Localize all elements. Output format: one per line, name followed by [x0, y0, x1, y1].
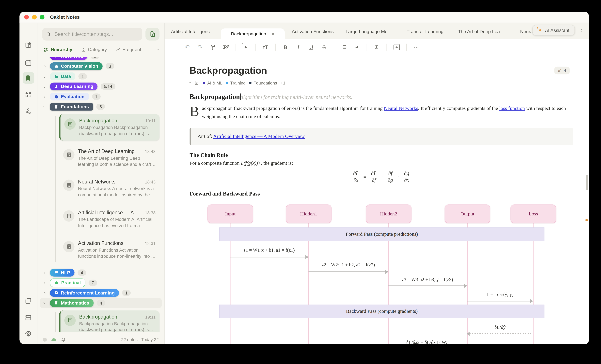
calendar-icon[interactable] — [22, 57, 34, 68]
note-doc-icon — [63, 180, 75, 191]
blockquote-button[interactable]: “ — [354, 42, 360, 53]
search-icon — [46, 31, 51, 37]
drop-cap: B — [190, 105, 202, 117]
note-meta-row: › AI & ML Training Foundations +1 — [190, 80, 573, 85]
tag-dot — [249, 82, 251, 84]
note-title: Artificial Intelligence — A … — [78, 210, 142, 215]
database-archive-icon[interactable] — [22, 312, 34, 323]
tag-foundations[interactable]: Foundations — [249, 80, 277, 85]
sidebar: Hierarchy Category Frequent › › Advanced — [37, 23, 165, 345]
clear-format-button[interactable]: Tx — [223, 43, 229, 51]
note-time: 18:43 — [145, 180, 156, 184]
tree-item-deep-learning[interactable]: › Deep Learning 5/14 — [37, 81, 164, 91]
chevron-down-icon[interactable]: › — [188, 82, 192, 84]
math-sigma-button[interactable]: Σ — [374, 43, 380, 51]
link-parent-note[interactable]: Artificial Intelligence — A Modern Overv… — [213, 134, 305, 139]
link-neural-networks[interactable]: Neural Networks — [384, 105, 418, 111]
avatar[interactable] — [43, 338, 47, 342]
new-note-button[interactable] — [145, 28, 160, 40]
strikethrough-button[interactable]: S — [321, 43, 327, 51]
editor-scrollbar[interactable] — [586, 175, 588, 191]
tree-item-advanced[interactable]: › Advanced 3 — [37, 57, 164, 61]
actor-hidden2: Hidden2 — [366, 205, 411, 223]
tree-item-computer-vision[interactable]: › Computer Vision 3 — [37, 61, 164, 71]
help-icon[interactable] — [22, 343, 34, 344]
tree-item-evaluation[interactable]: › Evaluation 1 — [37, 92, 164, 102]
note-snippet: The Landscape of Modern AI Artificial In… — [78, 217, 156, 229]
serif-heading-row: Backpropagationalgorithm for training mu… — [190, 93, 573, 101]
book-icon — [54, 301, 59, 305]
bell-icon[interactable] — [60, 337, 66, 342]
duplicate-icon[interactable] — [22, 295, 34, 307]
close-window-button[interactable] — [24, 15, 29, 19]
tree-item-reinforcement-learning[interactable]: › Reinforcement Learning 1 — [37, 288, 164, 298]
note-count-status: 22 notes · Today 22 — [121, 337, 159, 342]
collapse-tree-chevron-icon[interactable]: › — [156, 49, 160, 50]
note-item-art-of-deep-learning[interactable]: The Art of Deep Learning18:43 The Art of… — [59, 145, 160, 171]
editor-pane[interactable]: Backpropagation ↙ 4 › AI & ML Training F… — [165, 55, 589, 344]
zoom-window-button[interactable] — [40, 15, 44, 19]
tab-frequent[interactable]: Frequent — [115, 47, 141, 52]
tree-item-data[interactable]: › Data 1 — [37, 71, 164, 81]
count-badge: 5 — [96, 104, 105, 110]
toolbar-more-button[interactable]: ••• — [413, 43, 420, 51]
search-box[interactable] — [42, 28, 142, 40]
italic-button[interactable]: I — [295, 43, 301, 51]
chevron-icon: › — [43, 74, 47, 79]
close-tab-icon[interactable]: × — [272, 29, 274, 39]
doc-tab-large-language-models[interactable]: Large Language Mo… — [341, 24, 397, 39]
forward-pass-band: Forward Pass (compute predictions) — [219, 228, 544, 241]
doc-tab-activation-functions[interactable]: Activation Functions — [285, 24, 341, 39]
more-tags-badge[interactable]: +1 — [280, 80, 285, 85]
tree-item-practical[interactable]: › Practical 7 — [37, 278, 164, 287]
bullet-list-button[interactable] — [341, 43, 347, 51]
titlebar: Oaklet Notes — [20, 12, 589, 23]
tree-item-nlp[interactable]: › NLP 4 — [37, 268, 164, 278]
tab-category[interactable]: Category — [81, 47, 107, 52]
link-loss-function[interactable]: loss function — [499, 105, 525, 111]
bookmarks-icon[interactable] — [22, 72, 34, 84]
doc-tab-art-of-deep-learning[interactable]: The Art of Deep Lea… — [453, 24, 510, 39]
undo-button[interactable]: ↶ — [184, 43, 190, 51]
minimize-window-button[interactable] — [32, 15, 37, 19]
text-size-button[interactable]: tT — [262, 43, 269, 51]
tag-ai-ml[interactable]: AI & ML — [203, 80, 222, 85]
body-paragraph: Backpropagation (backward propagation of… — [190, 105, 570, 121]
note-item-neural-networks[interactable]: Neural Networks18:43 Neural Networks A n… — [59, 175, 160, 202]
tree-item-mathematics[interactable]: › Mathematics 4 — [40, 298, 162, 308]
count-badge: 1 — [92, 94, 100, 100]
message-arrow — [230, 257, 308, 258]
insert-block-button[interactable]: + — [393, 43, 400, 51]
chevron-icon: › — [43, 290, 47, 296]
format-paint-button[interactable] — [210, 43, 216, 51]
graph-nodes-icon[interactable] — [22, 105, 34, 117]
doc-tab-backpropagation[interactable]: Backpropagation × — [221, 29, 284, 39]
library-book-icon[interactable] — [22, 39, 34, 51]
camera-icon — [54, 64, 59, 68]
search-input[interactable] — [54, 31, 138, 37]
scroll-marker-dot — [585, 219, 588, 221]
underline-button[interactable]: U — [308, 43, 314, 51]
note-item-backpropagation[interactable]: Backpropagation19:11 Backpropagation Bac… — [59, 114, 160, 141]
more-menu-icon[interactable]: ⋮ — [579, 28, 584, 34]
ai-assistant-button[interactable]: ✦ AI Assistant — [532, 25, 575, 35]
note-item-backpropagation-math[interactable]: Backpropagation19:11 Backpropagation Bac… — [59, 310, 160, 332]
note-item-activation-functions[interactable]: Activation Functions18:31 Activation Fun… — [59, 237, 160, 263]
bold-button[interactable]: B — [282, 43, 289, 51]
redo-button[interactable]: ↷ — [197, 43, 203, 51]
tag-dot — [203, 82, 205, 84]
tag-training[interactable]: Training — [226, 80, 246, 85]
note-item-artificial-intelligence[interactable]: Artificial Intelligence — A …18:38 The L… — [59, 206, 160, 232]
doc-tab-artificial-intelligence[interactable]: Artificial Intelligenc… — [165, 24, 221, 39]
message-label: δL/δŷ — [494, 325, 505, 330]
backlinks-button[interactable]: ↙ 4 — [554, 67, 570, 74]
note-title: The Art of Deep Learning — [78, 148, 142, 154]
tab-hierarchy[interactable]: Hierarchy — [44, 47, 72, 52]
ai-sparkle-button[interactable]: ✦ — [243, 43, 249, 51]
tree-item-foundations[interactable]: › Foundations 5 — [37, 102, 164, 112]
sequence-diagram: Input Hidden1 Hidden2 Output Loss Forwar… — [190, 202, 573, 345]
note-doc-icon — [63, 241, 75, 252]
doc-tab-transfer-learning[interactable]: Transfer Learning — [397, 24, 453, 39]
categories-shapes-icon[interactable] — [22, 88, 34, 100]
settings-gear-icon[interactable] — [22, 328, 34, 339]
